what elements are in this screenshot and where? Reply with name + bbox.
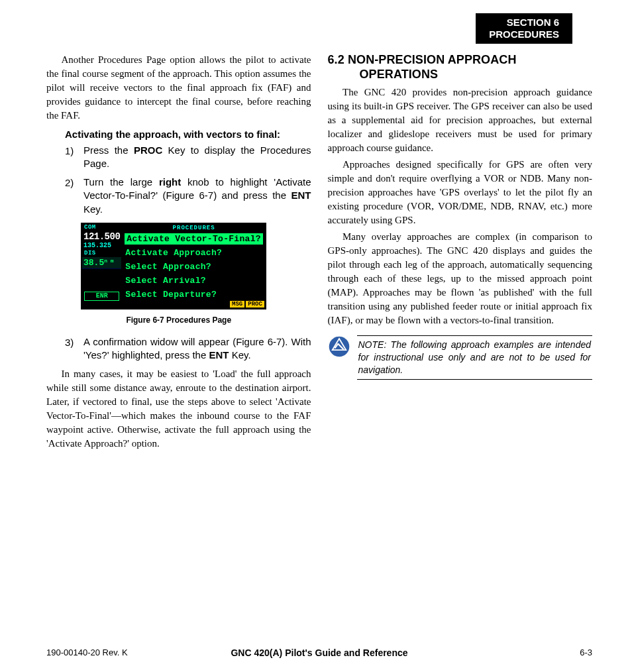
step-number: 3) [65, 335, 83, 363]
list-item: 3) A confirmation widow will appear (Fig… [65, 335, 311, 363]
sub-heading: Activating the approach, with vectors to… [65, 128, 311, 141]
right-column: 6.2 NON-PRECISION APPROACH OPERATIONS Th… [328, 53, 593, 453]
step-number: 1) [65, 144, 83, 171]
page-footer: 190-00140-20 Rev. K GNC 420(A) Pilot's G… [46, 647, 592, 657]
proc-bottom-bar: MSGPROC [122, 302, 266, 308]
right-para3: Many overlay approaches are complex (in … [328, 230, 593, 327]
figure-caption: Figure 6-7 Procedures Page [46, 315, 311, 326]
lcd-right-panel: PROCEDURES Activate Vector-To-Final? Act… [121, 224, 266, 308]
procedure-list-cont: 3) A confirmation widow will appear (Fig… [65, 335, 311, 363]
step-text: A confirmation widow will appear (Figure… [83, 335, 311, 363]
com-active-freq: 121.500 [82, 231, 121, 242]
lcd-left-column: COM 121.500 135.325 DIS 38.5n m ENR [82, 224, 121, 308]
step-number: 2) [65, 176, 83, 216]
proc-menu-item-highlighted: Activate Vector-To-Final? [125, 233, 263, 245]
proc-badge: PROC [246, 301, 264, 308]
footer-revision: 190-00140-20 Rev. K [46, 647, 128, 657]
dis-label: DIS [82, 250, 121, 257]
msg-badge: MSG [230, 301, 244, 308]
content-columns: Another Procedures Page option allows th… [46, 53, 592, 453]
note-block: NOTE: The following approach examples ar… [328, 335, 593, 380]
note-text-wrap: NOTE: The following approach examples ar… [357, 335, 593, 380]
section-header-line2: PROCEDURES [489, 28, 559, 40]
step-text: Turn the large right knob to highlight '… [83, 176, 311, 216]
proc-menu-item: Select Departure? [122, 288, 266, 302]
right-para1: The GNC 420 provides non-precision appro… [328, 85, 593, 155]
figure-procedures-screen: COM 121.500 135.325 DIS 38.5n m ENR PROC… [81, 223, 266, 309]
list-item: 1) Press the PROC Key to display the Pro… [65, 144, 311, 171]
com-label: COM [82, 224, 121, 231]
proc-menu-item: Select Approach? [122, 260, 266, 274]
step-text: Press the PROC Key to display the Proced… [83, 144, 311, 171]
com-standby-freq: 135.325 [82, 242, 121, 250]
procedures-title: PROCEDURES [122, 225, 266, 232]
dis-value: 38.5n m [82, 257, 121, 269]
note-text: NOTE: The following approach examples ar… [358, 339, 592, 376]
footer-title: GNC 420(A) Pilot's Guide and Reference [46, 647, 592, 658]
left-para1: Another Procedures Page option allows th… [46, 53, 311, 123]
section-6-2-heading: 6.2 NON-PRECISION APPROACH OPERATIONS [328, 53, 593, 82]
proc-menu-item: Activate Approach? [122, 246, 266, 260]
list-item: 2) Turn the large right knob to highligh… [65, 176, 311, 216]
right-para2: Approaches designed specifically for GPS… [328, 158, 593, 227]
section-header-line1: SECTION 6 [489, 17, 559, 28]
left-para2: In many cases, it may be easiest to 'Loa… [46, 367, 311, 451]
procedure-list: 1) Press the PROC Key to display the Pro… [65, 144, 311, 216]
note-icon [328, 335, 350, 358]
section-header: SECTION 6 PROCEDURES [476, 13, 572, 44]
left-column: Another Procedures Page option allows th… [46, 53, 311, 453]
proc-menu-item: Select Arrival? [122, 274, 266, 288]
enr-label: ENR [84, 292, 119, 301]
footer-page-number: 6-3 [580, 647, 592, 657]
